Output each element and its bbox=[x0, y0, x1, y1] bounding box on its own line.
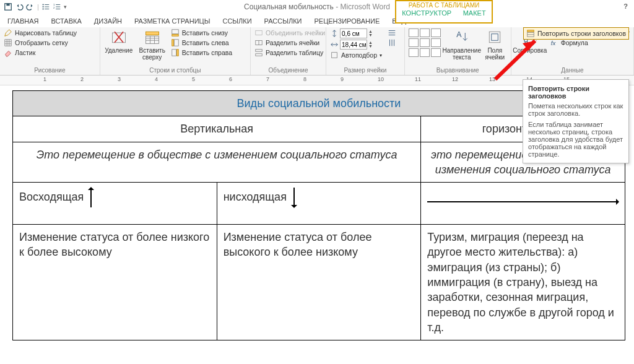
group-label: Размер ячейки bbox=[330, 66, 401, 75]
delete-icon bbox=[110, 28, 128, 46]
tab-home[interactable]: ГЛАВНАЯ bbox=[5, 16, 41, 26]
merge-icon bbox=[254, 28, 263, 37]
svg-rect-12 bbox=[174, 40, 178, 46]
group-label: Рисование bbox=[4, 66, 96, 75]
eraser-icon bbox=[4, 48, 12, 57]
split-cells-icon bbox=[254, 38, 263, 47]
arrow-right-icon bbox=[427, 201, 619, 202]
group-cell-size: ▲▼ ▲▼ Автоподбор▾ Размер ячейки bbox=[326, 27, 405, 75]
delete-button[interactable]: Удаление bbox=[104, 28, 134, 54]
tab-review[interactable]: РЕЦЕНЗИРОВАНИЕ bbox=[311, 16, 382, 26]
svg-rect-22 bbox=[490, 32, 501, 43]
split-table-icon bbox=[254, 48, 263, 57]
svg-rect-13 bbox=[172, 40, 173, 46]
insert-left-icon bbox=[171, 38, 180, 47]
svg-rect-1 bbox=[6, 4, 9, 6]
svg-rect-28 bbox=[528, 30, 534, 32]
cell-dsc-desc[interactable]: Изменение статуса от более высокого к бо… bbox=[217, 225, 421, 340]
undo-icon[interactable] bbox=[15, 2, 24, 11]
tab-mailings[interactable]: РАССЫЛКИ bbox=[262, 16, 305, 26]
svg-text:2: 2 bbox=[53, 6, 55, 9]
distribute-cols-icon[interactable] bbox=[387, 38, 397, 47]
cell-horiz-desc[interactable]: Туризм, миграция (переезд на другое мест… bbox=[421, 225, 625, 340]
help-button[interactable]: ? bbox=[623, 2, 628, 10]
tab-design[interactable]: ДИЗАЙН bbox=[92, 16, 124, 26]
insert-below-button[interactable]: Вставить снизу bbox=[171, 28, 232, 37]
tab-insert[interactable]: ВСТАВКА bbox=[48, 16, 84, 26]
cell-asc-desc[interactable]: Изменение статуса от более низкого к бол… bbox=[13, 225, 217, 340]
draw-table-button[interactable]: Нарисовать таблицу bbox=[4, 28, 77, 37]
svg-rect-19 bbox=[256, 54, 263, 56]
cell-descending[interactable]: нисходящая bbox=[217, 183, 421, 225]
ribbon-tabs: ГЛАВНАЯ ВСТАВКА ДИЗАЙН РАЗМЕТКА СТРАНИЦЫ… bbox=[0, 15, 634, 27]
show-grid-button[interactable]: Отобразить сетку bbox=[4, 38, 77, 47]
svg-rect-10 bbox=[172, 30, 178, 34]
svg-point-2 bbox=[42, 4, 43, 5]
split-table-button[interactable]: Разделить таблицу bbox=[254, 48, 325, 57]
autofit-button[interactable]: Автоподбор▾ bbox=[330, 51, 382, 59]
tooltip-title: Повторить строки заголовков bbox=[528, 85, 623, 100]
qat-dropdown-icon[interactable]: ▾ bbox=[64, 4, 67, 10]
svg-rect-14 bbox=[172, 50, 176, 56]
eraser-button[interactable]: Ластик bbox=[4, 48, 77, 57]
grid-icon bbox=[4, 38, 12, 47]
desc-vertical[interactable]: Это перемещение в обществе с изменением … bbox=[13, 142, 421, 183]
split-cells-button[interactable]: Разделить ячейки bbox=[254, 38, 325, 47]
group-label: Объединение bbox=[254, 66, 322, 75]
group-rows-cols: Удаление Вставить сверху Вставить снизу … bbox=[100, 27, 251, 75]
distribute-rows-icon[interactable] bbox=[387, 28, 397, 37]
insert-right-button[interactable]: Вставить справа bbox=[171, 48, 232, 57]
insert-left-button[interactable]: Вставить слева bbox=[171, 38, 232, 47]
pencil-icon bbox=[4, 28, 12, 37]
formula-button[interactable]: fxФормула bbox=[550, 38, 630, 47]
group-merge: Объединить ячейки Разделить ячейки Разде… bbox=[251, 27, 326, 75]
insert-right-icon bbox=[171, 48, 180, 57]
tooltip-p2: Если таблица занимает несколько страниц,… bbox=[528, 121, 623, 158]
redo-icon[interactable] bbox=[26, 2, 35, 11]
group-label: Данные bbox=[515, 66, 630, 75]
svg-rect-11 bbox=[172, 35, 178, 37]
numbering-icon[interactable]: 12 bbox=[53, 2, 61, 11]
col-width-input[interactable]: ▲▼ bbox=[330, 40, 382, 50]
save-icon[interactable] bbox=[4, 2, 12, 11]
svg-rect-20 bbox=[332, 53, 337, 58]
col-vertical[interactable]: Вертикальная bbox=[13, 116, 421, 142]
tab-table-design[interactable]: КОНСТРУКТОР bbox=[402, 9, 451, 17]
bullets-icon[interactable] bbox=[41, 2, 50, 11]
cell-horizontal-arrow[interactable] bbox=[421, 183, 625, 225]
svg-text:fx: fx bbox=[551, 40, 557, 46]
merge-cells-button: Объединить ячейки bbox=[254, 28, 325, 37]
insert-below-icon bbox=[171, 28, 180, 37]
alignment-grid[interactable] bbox=[409, 28, 441, 57]
formula-icon: fx bbox=[550, 38, 558, 47]
row-height-input[interactable]: ▲▼ bbox=[330, 28, 382, 38]
repeat-rows-icon bbox=[526, 29, 535, 38]
tab-references[interactable]: ССЫЛКИ bbox=[220, 16, 254, 26]
title-bar: | 12 ▾ Социальная мобильность - Microsof… bbox=[0, 0, 634, 14]
svg-rect-16 bbox=[256, 31, 263, 35]
context-title: РАБОТА С ТАБЛИЦАМИ bbox=[396, 1, 492, 9]
tab-page-layout[interactable]: РАЗМЕТКА СТРАНИЦЫ bbox=[132, 16, 212, 26]
text-direction-button[interactable]: A Направление текста bbox=[445, 28, 479, 61]
text-direction-icon: A bbox=[453, 28, 471, 46]
group-draw: Нарисовать таблицу Отобразить сетку Ласт… bbox=[0, 27, 100, 75]
cell-ascending[interactable]: Восходящая bbox=[13, 183, 217, 225]
height-icon bbox=[330, 29, 339, 38]
svg-text:A: A bbox=[456, 30, 462, 39]
repeat-header-rows-button[interactable]: Повторить строки заголовков bbox=[523, 27, 629, 40]
qat-sep: | bbox=[37, 3, 39, 11]
group-label: Выравнивание bbox=[409, 66, 507, 75]
tooltip-p1: Пометка нескольких строк как строк загол… bbox=[528, 102, 623, 117]
group-alignment: A Направление текста Поля ячейки Выравни… bbox=[405, 27, 511, 75]
table-tools-context: РАБОТА С ТАБЛИЦАМИ КОНСТРУКТОР МАКЕТ bbox=[395, 0, 493, 24]
width-icon bbox=[330, 40, 339, 49]
quick-access-toolbar: | 12 ▾ bbox=[0, 2, 67, 11]
svg-rect-8 bbox=[145, 36, 158, 43]
insert-above-button[interactable]: Вставить сверху bbox=[137, 28, 167, 61]
cell-margins-button[interactable]: Поля ячейки bbox=[483, 28, 507, 61]
tab-table-layout[interactable]: МАКЕТ bbox=[463, 9, 486, 17]
svg-rect-18 bbox=[256, 50, 263, 52]
arrow-up-icon bbox=[90, 188, 92, 207]
svg-rect-9 bbox=[145, 32, 158, 35]
svg-point-4 bbox=[42, 8, 43, 9]
